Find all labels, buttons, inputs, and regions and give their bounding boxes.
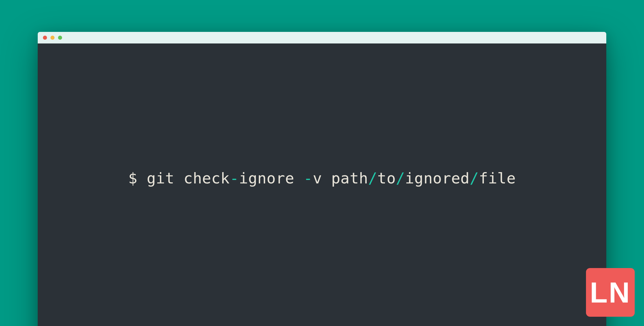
terminal-body[interactable]: $ git check-ignore -v path/to/ignored/fi…	[38, 43, 606, 326]
logo-badge: LN	[586, 268, 635, 317]
command-segment: v path	[313, 170, 368, 187]
titlebar	[38, 32, 606, 43]
command-segment: $ git check	[128, 170, 230, 187]
command-segment: /	[368, 170, 377, 187]
command-segment: ignored	[405, 170, 470, 187]
close-icon[interactable]	[43, 36, 47, 40]
command-line: $ git check-ignore -v path/to/ignored/fi…	[128, 170, 516, 187]
zoom-icon[interactable]	[58, 36, 62, 40]
command-segment: to	[377, 170, 396, 187]
command-segment: -	[303, 170, 313, 187]
command-segment: ignore	[239, 170, 304, 187]
command-segment: file	[479, 170, 516, 187]
command-segment: /	[396, 170, 405, 187]
minimize-icon[interactable]	[50, 36, 55, 40]
command-segment: /	[470, 170, 479, 187]
terminal-window: $ git check-ignore -v path/to/ignored/fi…	[38, 32, 606, 326]
logo-text: LN	[590, 278, 631, 307]
command-segment: -	[230, 170, 239, 187]
